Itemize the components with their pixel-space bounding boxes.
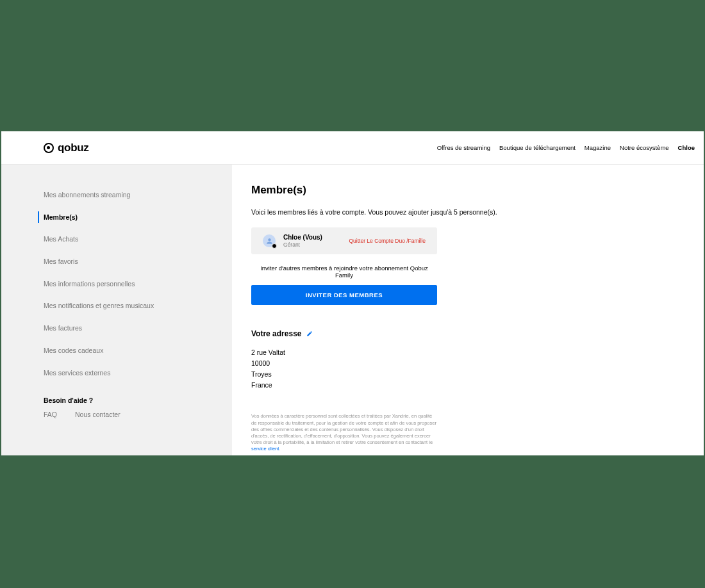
- sidebar: Mes abonnements streaming Membre(s) Mes …: [1, 165, 232, 455]
- sidebar-help-title: Besoin d'aide ?: [1, 384, 232, 408]
- nav-magazine[interactable]: Magazine: [585, 144, 611, 151]
- member-role: Gérant: [283, 241, 322, 248]
- body: Mes abonnements streaming Membre(s) Mes …: [1, 165, 704, 455]
- nav-ecosysteme[interactable]: Notre écosystème: [620, 144, 669, 151]
- member-row: Chloe (Vous) Gérant Quitter Le Compte Du…: [251, 227, 437, 254]
- sidebar-item-achats[interactable]: Mes Achats: [1, 228, 232, 250]
- sidebar-item-abonnements[interactable]: Mes abonnements streaming: [1, 184, 232, 206]
- intro-text: Voici les membres liés à votre compte. V…: [251, 208, 672, 216]
- sidebar-item-services[interactable]: Mes services externes: [1, 362, 232, 384]
- pencil-icon: [306, 331, 313, 337]
- invite-members-button[interactable]: INVITER DES MEMBRES: [251, 285, 437, 305]
- sidebar-item-factures[interactable]: Mes factures: [1, 317, 232, 339]
- legal-body: Vos données à caractère personnel sont c…: [251, 413, 436, 445]
- nav-user[interactable]: Chloe: [678, 144, 695, 151]
- address-line1: 2 rue Valtat: [251, 347, 672, 358]
- sidebar-item-infos[interactable]: Mes informations personnelles: [1, 273, 232, 295]
- edit-address-icon[interactable]: [306, 331, 313, 337]
- svg-point-0: [268, 238, 270, 241]
- top-nav: Offres de streaming Boutique de téléchar…: [437, 144, 695, 151]
- address-section-title: Votre adresse: [251, 329, 672, 338]
- avatar-badge-icon: [272, 243, 277, 249]
- sidebar-item-codes[interactable]: Mes codes cadeaux: [1, 339, 232, 362]
- sidebar-item-membres[interactable]: Membre(s): [1, 206, 232, 229]
- sidebar-item-notifications[interactable]: Mes notifications et genres musicaux: [1, 295, 232, 317]
- avatar: [263, 234, 276, 247]
- nav-boutique[interactable]: Boutique de téléchargement: [499, 144, 576, 151]
- leave-account-link[interactable]: Quitter Le Compte Duo /Famille: [349, 238, 426, 244]
- main-content: Membre(s) Voici les membres liés à votre…: [232, 165, 704, 455]
- legal-service-client-link[interactable]: service client: [251, 446, 279, 452]
- sidebar-help-contact[interactable]: Nous contacter: [75, 411, 120, 418]
- app-window: qobuz Offres de streaming Boutique de té…: [1, 131, 704, 455]
- member-info: Chloe (Vous) Gérant: [283, 234, 322, 248]
- invite-text: Inviter d'autres membres à rejoindre vot…: [251, 265, 437, 279]
- sidebar-help-links: FAQ Nous contacter: [1, 408, 232, 418]
- address-line3: Troyes: [251, 369, 672, 380]
- address-line4: France: [251, 380, 672, 391]
- sidebar-item-favoris[interactable]: Mes favoris: [1, 250, 232, 273]
- legal-text: Vos données à caractère personnel sont c…: [251, 413, 437, 452]
- page-title: Membre(s): [251, 184, 672, 197]
- header: qobuz Offres de streaming Boutique de té…: [1, 131, 704, 165]
- address-line2: 10000: [251, 358, 672, 369]
- nav-offres[interactable]: Offres de streaming: [437, 144, 490, 151]
- sidebar-help-faq[interactable]: FAQ: [44, 411, 57, 418]
- logo-icon: [44, 143, 54, 153]
- brand-name: qobuz: [58, 142, 89, 154]
- address-title: Votre adresse: [251, 329, 302, 338]
- member-name: Chloe (Vous): [283, 234, 322, 241]
- member-left: Chloe (Vous) Gérant: [263, 234, 322, 248]
- brand-logo[interactable]: qobuz: [44, 142, 89, 154]
